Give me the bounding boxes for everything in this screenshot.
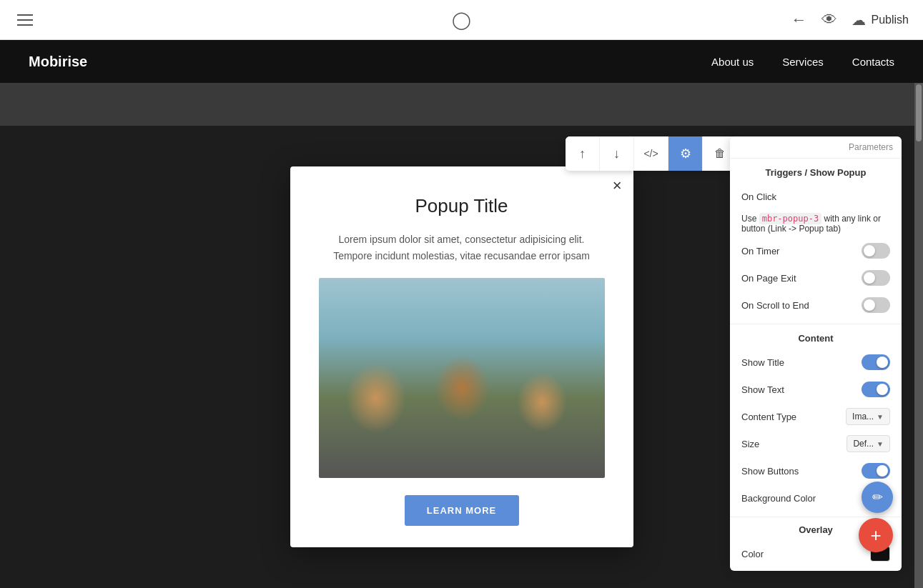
site-nav: About us Services Contacts [711, 56, 894, 68]
show-text-toggle[interactable] [862, 382, 890, 397]
popup-image [319, 278, 605, 478]
size-item: Size Def... ▼ [741, 434, 890, 454]
show-buttons-knob [877, 465, 888, 477]
show-title-knob [877, 357, 888, 368]
overlay-color-label: Color [741, 549, 870, 559]
on-scroll-knob [864, 299, 875, 311]
content-title: Content [741, 333, 890, 344]
site-navbar: Mobirise About us Services Contacts [0, 40, 923, 83]
on-page-exit-toggle[interactable] [862, 270, 890, 286]
settings-panel-header: Parameters [730, 136, 902, 159]
fab-add-button[interactable]: + [859, 518, 893, 552]
code-button[interactable]: </> [634, 136, 668, 171]
popup-title: Popup Title [319, 195, 605, 217]
on-timer-label: On Timer [741, 246, 862, 256]
back-icon[interactable]: ← [791, 11, 807, 29]
on-timer-item: On Timer [741, 241, 890, 261]
hamburger-icon[interactable] [14, 11, 36, 29]
triggers-title: Triggers / Show Popup [741, 167, 890, 178]
show-buttons-label: Show Buttons [741, 466, 862, 477]
popup-modal: × Popup Title Lorem ipsum dolor sit amet… [290, 166, 633, 547]
preview-icon[interactable]: 👁 [821, 11, 837, 29]
mobile-device-icon[interactable]: ◯ [452, 10, 471, 29]
size-dropdown-arrow-icon: ▼ [877, 440, 884, 448]
dog-photo [319, 278, 605, 478]
size-dropdown[interactable]: Def... ▼ [847, 435, 890, 452]
block-toolbar: ↑ ↓ </> ⚙ 🗑 [566, 136, 737, 171]
on-click-label: On Click [741, 191, 890, 202]
settings-button[interactable]: ⚙ [668, 136, 703, 171]
publish-button[interactable]: ☁ Publish [852, 11, 909, 29]
on-click-item: On Click [741, 186, 890, 206]
show-text-knob [877, 384, 888, 395]
scrollbar-thumb [916, 84, 922, 141]
on-timer-toggle[interactable] [862, 243, 890, 259]
toolbar-left [14, 11, 36, 29]
fab-edit-button[interactable]: ✏ [862, 482, 893, 513]
move-down-button[interactable]: ↓ [600, 136, 634, 171]
content-type-item: Content Type Ima... ▼ [741, 407, 890, 427]
on-scroll-label: On Scroll to End [741, 300, 862, 311]
on-page-exit-knob [864, 272, 875, 284]
on-timer-knob [864, 245, 875, 256]
add-icon: + [870, 524, 881, 547]
on-scroll-item: On Scroll to End [741, 295, 890, 315]
nav-about[interactable]: About us [711, 56, 754, 68]
content-type-dropdown[interactable]: Ima... ▼ [846, 408, 890, 425]
publish-label: Publish [872, 14, 909, 26]
code-ref-item: Use mbr-popup-3 with any link or button … [741, 214, 890, 234]
triggers-section: Triggers / Show Popup On Click Use mbr-p… [730, 159, 902, 324]
bg-color-label: Background Color [741, 493, 870, 504]
on-page-exit-item: On Page Exit [741, 268, 890, 288]
toolbar-right: ← 👁 ☁ Publish [791, 11, 909, 29]
popup-text: Lorem ipsum dolor sit amet, consectetur … [319, 231, 605, 264]
edit-icon: ✏ [872, 489, 883, 505]
site-brand: Mobirise [29, 54, 87, 70]
right-scrollbar[interactable] [914, 83, 923, 588]
show-text-label: Show Text [741, 384, 862, 395]
popup-learn-more-button[interactable]: LEARN MORE [405, 495, 519, 526]
dropdown-arrow-icon: ▼ [877, 413, 884, 421]
show-title-label: Show Title [741, 357, 862, 368]
show-title-toggle[interactable] [862, 354, 890, 370]
on-scroll-toggle[interactable] [862, 297, 890, 313]
show-buttons-item: Show Buttons [741, 461, 890, 481]
size-label: Size [741, 439, 847, 449]
popup-close-button[interactable]: × [613, 178, 622, 194]
top-toolbar: ◯ ← 👁 ☁ Publish [0, 0, 923, 40]
code-ref: mbr-popup-3 [759, 213, 821, 224]
move-up-button[interactable]: ↑ [566, 136, 600, 171]
nav-services[interactable]: Services [782, 56, 824, 68]
cloud-icon: ☁ [852, 11, 866, 29]
site-preview: Mobirise About us Services Contacts Popu… [0, 40, 923, 588]
nav-contacts[interactable]: Contacts [852, 56, 894, 68]
content-type-label: Content Type [741, 412, 846, 422]
toolbar-center: ◯ [452, 10, 471, 30]
show-buttons-toggle[interactable] [862, 463, 890, 479]
on-page-exit-label: On Page Exit [741, 273, 862, 284]
show-title-item: Show Title [741, 352, 890, 372]
show-text-item: Show Text [741, 379, 890, 399]
